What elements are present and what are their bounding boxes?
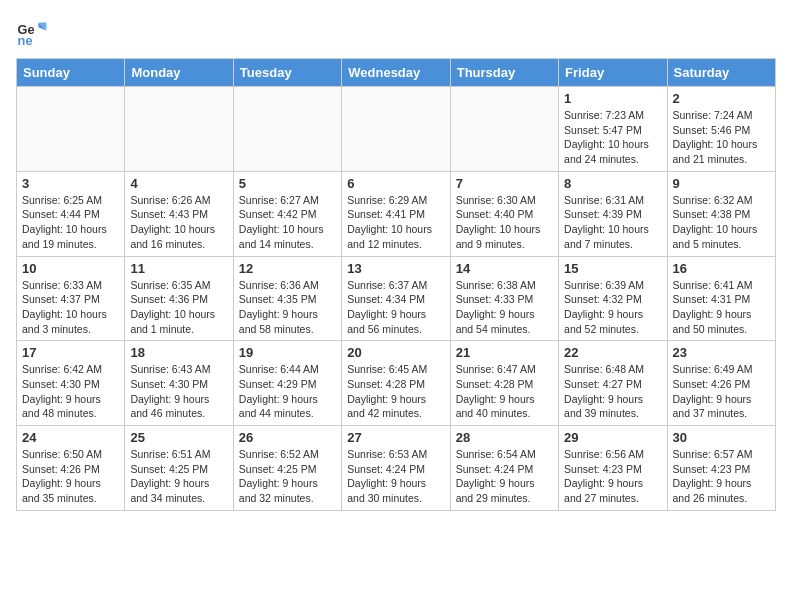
day-number: 17 — [22, 345, 119, 360]
calendar-cell: 28Sunrise: 6:54 AM Sunset: 4:24 PM Dayli… — [450, 426, 558, 511]
calendar-cell — [233, 87, 341, 172]
day-number: 13 — [347, 261, 444, 276]
calendar-cell: 19Sunrise: 6:44 AM Sunset: 4:29 PM Dayli… — [233, 341, 341, 426]
calendar-cell: 5Sunrise: 6:27 AM Sunset: 4:42 PM Daylig… — [233, 171, 341, 256]
calendar-cell: 20Sunrise: 6:45 AM Sunset: 4:28 PM Dayli… — [342, 341, 450, 426]
calendar-cell: 17Sunrise: 6:42 AM Sunset: 4:30 PM Dayli… — [17, 341, 125, 426]
day-number: 7 — [456, 176, 553, 191]
calendar-cell: 12Sunrise: 6:36 AM Sunset: 4:35 PM Dayli… — [233, 256, 341, 341]
day-info: Sunrise: 6:47 AM Sunset: 4:28 PM Dayligh… — [456, 362, 553, 421]
day-info: Sunrise: 6:42 AM Sunset: 4:30 PM Dayligh… — [22, 362, 119, 421]
day-number: 24 — [22, 430, 119, 445]
calendar-cell: 22Sunrise: 6:48 AM Sunset: 4:27 PM Dayli… — [559, 341, 667, 426]
calendar-cell: 7Sunrise: 6:30 AM Sunset: 4:40 PM Daylig… — [450, 171, 558, 256]
calendar-cell: 23Sunrise: 6:49 AM Sunset: 4:26 PM Dayli… — [667, 341, 775, 426]
day-number: 27 — [347, 430, 444, 445]
calendar-cell — [125, 87, 233, 172]
logo-icon: Ge ne — [16, 16, 48, 48]
day-number: 5 — [239, 176, 336, 191]
day-info: Sunrise: 6:29 AM Sunset: 4:41 PM Dayligh… — [347, 193, 444, 252]
day-info: Sunrise: 6:56 AM Sunset: 4:23 PM Dayligh… — [564, 447, 661, 506]
weekday-header: Tuesday — [233, 59, 341, 87]
day-number: 16 — [673, 261, 770, 276]
day-number: 21 — [456, 345, 553, 360]
logo: Ge ne — [16, 16, 50, 48]
day-number: 11 — [130, 261, 227, 276]
day-number: 9 — [673, 176, 770, 191]
header: Ge ne — [16, 16, 776, 48]
calendar-cell — [342, 87, 450, 172]
calendar-cell: 2Sunrise: 7:24 AM Sunset: 5:46 PM Daylig… — [667, 87, 775, 172]
calendar-cell: 27Sunrise: 6:53 AM Sunset: 4:24 PM Dayli… — [342, 426, 450, 511]
day-info: Sunrise: 6:48 AM Sunset: 4:27 PM Dayligh… — [564, 362, 661, 421]
calendar-cell: 18Sunrise: 6:43 AM Sunset: 4:30 PM Dayli… — [125, 341, 233, 426]
calendar-week-row: 17Sunrise: 6:42 AM Sunset: 4:30 PM Dayli… — [17, 341, 776, 426]
calendar-cell: 14Sunrise: 6:38 AM Sunset: 4:33 PM Dayli… — [450, 256, 558, 341]
day-number: 8 — [564, 176, 661, 191]
day-number: 15 — [564, 261, 661, 276]
calendar-cell: 11Sunrise: 6:35 AM Sunset: 4:36 PM Dayli… — [125, 256, 233, 341]
day-number: 18 — [130, 345, 227, 360]
weekday-header: Wednesday — [342, 59, 450, 87]
day-info: Sunrise: 6:33 AM Sunset: 4:37 PM Dayligh… — [22, 278, 119, 337]
calendar-cell — [17, 87, 125, 172]
day-info: Sunrise: 6:41 AM Sunset: 4:31 PM Dayligh… — [673, 278, 770, 337]
day-number: 2 — [673, 91, 770, 106]
day-info: Sunrise: 6:31 AM Sunset: 4:39 PM Dayligh… — [564, 193, 661, 252]
day-info: Sunrise: 6:39 AM Sunset: 4:32 PM Dayligh… — [564, 278, 661, 337]
day-number: 19 — [239, 345, 336, 360]
calendar-week-row: 24Sunrise: 6:50 AM Sunset: 4:26 PM Dayli… — [17, 426, 776, 511]
calendar-cell: 6Sunrise: 6:29 AM Sunset: 4:41 PM Daylig… — [342, 171, 450, 256]
day-info: Sunrise: 6:37 AM Sunset: 4:34 PM Dayligh… — [347, 278, 444, 337]
day-info: Sunrise: 6:27 AM Sunset: 4:42 PM Dayligh… — [239, 193, 336, 252]
calendar-cell — [450, 87, 558, 172]
day-number: 26 — [239, 430, 336, 445]
day-info: Sunrise: 7:24 AM Sunset: 5:46 PM Dayligh… — [673, 108, 770, 167]
calendar: SundayMondayTuesdayWednesdayThursdayFrid… — [16, 58, 776, 511]
calendar-cell: 29Sunrise: 6:56 AM Sunset: 4:23 PM Dayli… — [559, 426, 667, 511]
calendar-cell: 21Sunrise: 6:47 AM Sunset: 4:28 PM Dayli… — [450, 341, 558, 426]
calendar-cell: 4Sunrise: 6:26 AM Sunset: 4:43 PM Daylig… — [125, 171, 233, 256]
day-number: 3 — [22, 176, 119, 191]
day-info: Sunrise: 6:50 AM Sunset: 4:26 PM Dayligh… — [22, 447, 119, 506]
calendar-cell: 30Sunrise: 6:57 AM Sunset: 4:23 PM Dayli… — [667, 426, 775, 511]
day-info: Sunrise: 6:32 AM Sunset: 4:38 PM Dayligh… — [673, 193, 770, 252]
day-info: Sunrise: 6:43 AM Sunset: 4:30 PM Dayligh… — [130, 362, 227, 421]
calendar-cell: 13Sunrise: 6:37 AM Sunset: 4:34 PM Dayli… — [342, 256, 450, 341]
weekday-header: Saturday — [667, 59, 775, 87]
day-info: Sunrise: 6:26 AM Sunset: 4:43 PM Dayligh… — [130, 193, 227, 252]
day-number: 29 — [564, 430, 661, 445]
weekday-header: Friday — [559, 59, 667, 87]
day-info: Sunrise: 6:51 AM Sunset: 4:25 PM Dayligh… — [130, 447, 227, 506]
day-number: 10 — [22, 261, 119, 276]
day-info: Sunrise: 6:53 AM Sunset: 4:24 PM Dayligh… — [347, 447, 444, 506]
day-number: 20 — [347, 345, 444, 360]
day-info: Sunrise: 7:23 AM Sunset: 5:47 PM Dayligh… — [564, 108, 661, 167]
day-number: 4 — [130, 176, 227, 191]
day-number: 23 — [673, 345, 770, 360]
day-number: 30 — [673, 430, 770, 445]
weekday-header: Sunday — [17, 59, 125, 87]
day-info: Sunrise: 6:54 AM Sunset: 4:24 PM Dayligh… — [456, 447, 553, 506]
calendar-cell: 26Sunrise: 6:52 AM Sunset: 4:25 PM Dayli… — [233, 426, 341, 511]
calendar-cell: 3Sunrise: 6:25 AM Sunset: 4:44 PM Daylig… — [17, 171, 125, 256]
weekday-header: Monday — [125, 59, 233, 87]
calendar-cell: 16Sunrise: 6:41 AM Sunset: 4:31 PM Dayli… — [667, 256, 775, 341]
calendar-week-row: 3Sunrise: 6:25 AM Sunset: 4:44 PM Daylig… — [17, 171, 776, 256]
weekday-header: Thursday — [450, 59, 558, 87]
calendar-cell: 1Sunrise: 7:23 AM Sunset: 5:47 PM Daylig… — [559, 87, 667, 172]
calendar-cell: 9Sunrise: 6:32 AM Sunset: 4:38 PM Daylig… — [667, 171, 775, 256]
calendar-week-row: 10Sunrise: 6:33 AM Sunset: 4:37 PM Dayli… — [17, 256, 776, 341]
calendar-cell: 24Sunrise: 6:50 AM Sunset: 4:26 PM Dayli… — [17, 426, 125, 511]
calendar-week-row: 1Sunrise: 7:23 AM Sunset: 5:47 PM Daylig… — [17, 87, 776, 172]
day-info: Sunrise: 6:35 AM Sunset: 4:36 PM Dayligh… — [130, 278, 227, 337]
day-number: 22 — [564, 345, 661, 360]
calendar-cell: 15Sunrise: 6:39 AM Sunset: 4:32 PM Dayli… — [559, 256, 667, 341]
weekday-header-row: SundayMondayTuesdayWednesdayThursdayFrid… — [17, 59, 776, 87]
calendar-cell: 25Sunrise: 6:51 AM Sunset: 4:25 PM Dayli… — [125, 426, 233, 511]
day-info: Sunrise: 6:36 AM Sunset: 4:35 PM Dayligh… — [239, 278, 336, 337]
day-info: Sunrise: 6:57 AM Sunset: 4:23 PM Dayligh… — [673, 447, 770, 506]
day-number: 1 — [564, 91, 661, 106]
calendar-cell: 10Sunrise: 6:33 AM Sunset: 4:37 PM Dayli… — [17, 256, 125, 341]
calendar-cell: 8Sunrise: 6:31 AM Sunset: 4:39 PM Daylig… — [559, 171, 667, 256]
